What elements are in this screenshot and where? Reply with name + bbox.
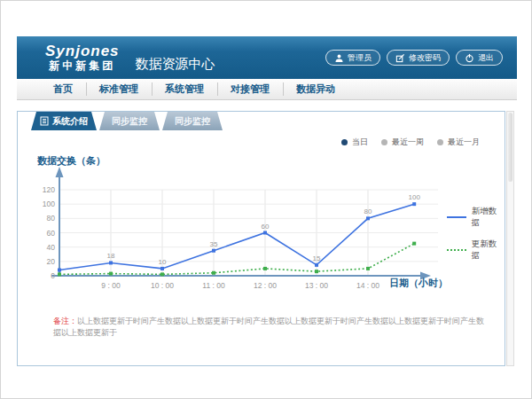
filter-label: 最近一月 bbox=[448, 137, 480, 148]
data-label: 60 bbox=[262, 223, 270, 231]
data-point bbox=[58, 269, 61, 272]
y-axis-arrow bbox=[56, 167, 64, 177]
document-icon bbox=[40, 116, 49, 126]
data-label: 10 bbox=[159, 258, 167, 266]
data-point bbox=[412, 202, 416, 206]
nav-item-data-change[interactable]: 数据异动 bbox=[283, 79, 348, 99]
x-tick-label: 14 : 00 bbox=[356, 281, 379, 290]
data-point bbox=[315, 263, 318, 267]
y-tick-label: 80 bbox=[47, 214, 56, 223]
data-label: 80 bbox=[364, 207, 372, 215]
tab-bar: 系统介绍 同步监控 同步监控 bbox=[31, 112, 223, 130]
data-point bbox=[263, 231, 267, 235]
nav-item-home[interactable]: 首页 bbox=[40, 79, 86, 99]
tab-label: 系统介绍 bbox=[52, 115, 88, 128]
edit-icon bbox=[395, 53, 405, 63]
radio-icon[interactable] bbox=[437, 139, 443, 145]
data-label: 18 bbox=[107, 252, 115, 260]
chart-x-axis-title: 日期（小时） bbox=[389, 277, 448, 290]
header-actions: 管理员 修改密码 退出 bbox=[325, 50, 503, 66]
logout-icon bbox=[465, 53, 474, 63]
tab-label: 同步监控 bbox=[112, 115, 147, 128]
data-point bbox=[109, 272, 113, 276]
data-point bbox=[160, 267, 164, 270]
chart-legend: 新增数据 更新数据 bbox=[447, 206, 505, 262]
y-tick-label: 120 bbox=[43, 185, 55, 194]
data-point bbox=[212, 271, 215, 275]
filter-today[interactable]: 当日 bbox=[341, 137, 368, 148]
time-range-filters: 当日 最近一周 最近一月 bbox=[341, 137, 480, 148]
data-point bbox=[109, 261, 113, 264]
data-point bbox=[366, 267, 370, 270]
data-point bbox=[263, 267, 267, 270]
logo-secondary: 新中新集团 bbox=[45, 60, 120, 72]
radio-icon[interactable] bbox=[381, 139, 387, 145]
data-label: 100 bbox=[409, 193, 421, 201]
content-panel: 系统介绍 同步监控 同步监控 当日 最近一周 最近一月 数据交换（条） bbox=[17, 111, 505, 366]
data-point bbox=[160, 272, 164, 276]
footnote: 备注：以上数据更新于时间产生数据以上数据更新于时间产生数据以上数据更新于时间产生… bbox=[53, 316, 486, 339]
admin-button[interactable]: 管理员 bbox=[325, 50, 380, 66]
nav-item-standard-mgmt[interactable]: 标准管理 bbox=[86, 79, 152, 99]
data-label: 35 bbox=[210, 240, 218, 248]
radio-selected-icon[interactable] bbox=[341, 139, 348, 145]
data-point bbox=[212, 249, 215, 253]
legend-item-update-data: 更新数据 bbox=[447, 239, 505, 262]
legend-label: 新增数据 bbox=[472, 206, 505, 229]
nav-item-system-mgmt[interactable]: 系统管理 bbox=[152, 79, 217, 99]
app-header: Synjones 新中新集团 数据资源中心 管理员 修改密码 bbox=[17, 36, 517, 79]
tab-label: 同步监控 bbox=[175, 115, 210, 128]
logo-primary: Synjones bbox=[45, 43, 120, 60]
filter-last-month[interactable]: 最近一月 bbox=[437, 137, 480, 148]
legend-item-new-data: 新增数据 bbox=[447, 206, 505, 229]
x-tick-label: 9 : 00 bbox=[101, 281, 121, 290]
y-tick-label: 60 bbox=[47, 229, 56, 238]
scrollbar-track[interactable] bbox=[506, 111, 514, 366]
data-point bbox=[366, 216, 370, 220]
x-tick-label: 10 : 00 bbox=[151, 281, 174, 290]
logout-button-label: 退出 bbox=[478, 52, 494, 64]
user-icon bbox=[334, 53, 344, 63]
y-tick-label: 20 bbox=[47, 257, 56, 266]
legend-label: 更新数据 bbox=[472, 239, 505, 262]
main-nav: 首页 标准管理 系统管理 对接管理 数据异动 bbox=[17, 79, 517, 100]
tab-sync-monitor-1[interactable]: 同步监控 bbox=[99, 112, 160, 130]
page: Synjones 新中新集团 数据资源中心 管理员 修改密码 bbox=[0, 0, 532, 399]
line-chart: 0204060801001209 : 0010 : 0011 : 0012 : … bbox=[37, 153, 454, 294]
solid-line-swatch bbox=[447, 216, 466, 218]
tab-sync-monitor-2[interactable]: 同步监控 bbox=[162, 112, 223, 130]
x-tick-label: 11 : 00 bbox=[202, 281, 225, 290]
dotted-line-swatch bbox=[447, 249, 466, 251]
tab-system-intro[interactable]: 系统介绍 bbox=[31, 112, 97, 130]
admin-button-label: 管理员 bbox=[348, 52, 372, 64]
footnote-text: 以上数据更新于时间产生数据以上数据更新于时间产生数据以上数据更新于时间产生数据以… bbox=[53, 317, 484, 337]
y-tick-label: 40 bbox=[47, 243, 56, 252]
filter-label: 最近一周 bbox=[392, 137, 424, 148]
logo: Synjones 新中新集团 bbox=[45, 43, 120, 72]
logout-button[interactable]: 退出 bbox=[456, 50, 503, 66]
scrollbar-thumb[interactable] bbox=[508, 113, 512, 182]
filter-last-week[interactable]: 最近一周 bbox=[381, 137, 424, 148]
y-tick-label: 100 bbox=[43, 200, 55, 208]
data-point bbox=[58, 272, 61, 276]
footnote-prefix: 备注： bbox=[53, 317, 77, 325]
filter-label: 当日 bbox=[352, 137, 368, 148]
data-point bbox=[412, 242, 416, 246]
data-point bbox=[315, 270, 318, 273]
page-title: 数据资源中心 bbox=[136, 56, 215, 73]
data-label: 15 bbox=[313, 254, 321, 262]
y-tick-label: 0 bbox=[51, 271, 55, 280]
change-password-button-label: 修改密码 bbox=[409, 52, 441, 64]
x-tick-label: 12 : 00 bbox=[254, 281, 277, 290]
x-tick-label: 13 : 00 bbox=[305, 281, 328, 290]
change-password-button[interactable]: 修改密码 bbox=[387, 50, 450, 66]
nav-item-interface-mgmt[interactable]: 对接管理 bbox=[217, 79, 283, 99]
